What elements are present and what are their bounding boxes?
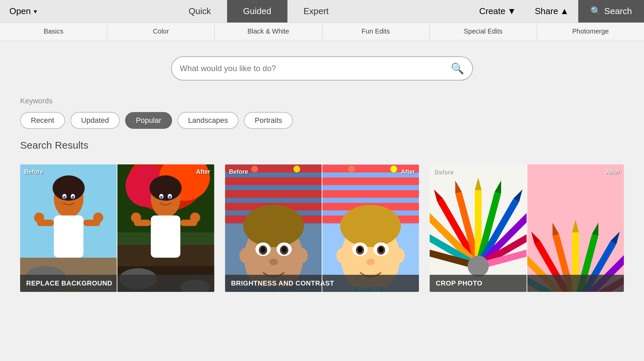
card-image-replace-background: Before bbox=[20, 164, 214, 292]
svg-point-51 bbox=[296, 248, 308, 263]
svg-point-76 bbox=[340, 205, 401, 247]
svg-point-14 bbox=[71, 196, 74, 199]
svg-point-35 bbox=[169, 196, 171, 199]
svg-rect-40 bbox=[225, 190, 322, 198]
svg-point-46 bbox=[293, 166, 300, 172]
sub-nav: Basics Color Black & White Fun Edits Spe… bbox=[0, 23, 644, 40]
svg-rect-67 bbox=[322, 190, 419, 198]
svg-point-44 bbox=[251, 166, 258, 172]
ba-container-2: Before bbox=[225, 164, 419, 292]
search-results-label: Search Results bbox=[20, 140, 624, 151]
ba-after-2: After bbox=[322, 164, 419, 292]
svg-point-34 bbox=[160, 196, 163, 199]
top-right-controls: Create ▼ Share ▲ 🔍 Search bbox=[470, 0, 644, 22]
svg-point-71 bbox=[348, 166, 355, 172]
ba-before-label-2: Before bbox=[229, 168, 248, 175]
subnav-color[interactable]: Color bbox=[107, 23, 215, 40]
create-button[interactable]: Create ▼ bbox=[470, 6, 526, 16]
subnav-bw[interactable]: Black & White bbox=[215, 23, 322, 40]
open-button[interactable]: Open ▼ bbox=[0, 0, 47, 22]
subnav-basics[interactable]: Basics bbox=[0, 23, 107, 40]
svg-point-113 bbox=[468, 256, 489, 277]
svg-point-10 bbox=[53, 175, 85, 201]
svg-point-83 bbox=[358, 247, 363, 253]
svg-rect-5 bbox=[54, 215, 84, 258]
top-bar: Open ▼ Quick Guided Expert Create ▼ Shar… bbox=[0, 0, 644, 23]
card-image-crop-photo: Before bbox=[430, 164, 624, 292]
mode-tabs: Quick Guided Expert bbox=[47, 0, 470, 22]
ba-before-1: Before bbox=[20, 164, 117, 292]
search-input[interactable] bbox=[180, 64, 451, 73]
share-button[interactable]: Share ▲ bbox=[525, 6, 578, 16]
tab-quick[interactable]: Quick bbox=[172, 0, 227, 22]
svg-point-50 bbox=[239, 248, 251, 263]
svg-rect-26 bbox=[151, 215, 180, 258]
svg-point-49 bbox=[243, 205, 304, 247]
keywords-label: Keywords bbox=[20, 97, 624, 105]
svg-point-84 bbox=[379, 247, 384, 253]
svg-point-85 bbox=[366, 259, 375, 265]
main-content: 🔍 Keywords Recent Updated Popular Landsc… bbox=[0, 40, 644, 305]
svg-point-73 bbox=[390, 166, 397, 172]
svg-rect-66 bbox=[322, 177, 419, 185]
ba-after-label-2: After bbox=[401, 168, 415, 175]
svg-point-9 bbox=[93, 212, 103, 222]
search-container: 🔍 bbox=[20, 56, 624, 81]
svg-point-78 bbox=[393, 248, 405, 263]
tab-expert[interactable]: Expert bbox=[287, 0, 345, 22]
keyword-updated[interactable]: Updated bbox=[70, 112, 120, 129]
subnav-photomerge[interactable]: Photomerge bbox=[537, 23, 644, 40]
subnav-fun-edits[interactable]: Fun Edits bbox=[322, 23, 430, 40]
ba-container-1: Before bbox=[20, 164, 214, 292]
subnav-special-edits[interactable]: Special Edits bbox=[430, 23, 537, 40]
svg-point-31 bbox=[150, 175, 182, 201]
tab-guided[interactable]: Guided bbox=[227, 0, 287, 22]
ba-after-label-1: After bbox=[196, 168, 210, 175]
svg-point-58 bbox=[269, 259, 278, 265]
ba-divider-3 bbox=[527, 164, 527, 292]
card-brightness-contrast[interactable]: Before bbox=[225, 164, 419, 292]
ba-divider-2 bbox=[322, 164, 322, 292]
search-top-icon: 🔍 bbox=[590, 6, 601, 16]
open-chevron: ▼ bbox=[33, 9, 38, 15]
search-icon[interactable]: 🔍 bbox=[451, 62, 464, 75]
ba-before-label-1: Before bbox=[24, 168, 43, 175]
ba-before-label-3: Before bbox=[434, 168, 453, 175]
ba-before-3: Before bbox=[430, 164, 527, 292]
card-image-brightness-contrast: Before bbox=[225, 164, 419, 292]
svg-point-77 bbox=[336, 248, 348, 263]
card-crop-photo[interactable]: Before bbox=[430, 164, 624, 292]
keyword-recent[interactable]: Recent bbox=[20, 112, 65, 129]
keyword-landscapes[interactable]: Landscapes bbox=[177, 112, 239, 129]
keywords-section: Keywords Recent Updated Popular Landscap… bbox=[20, 97, 624, 129]
cards-grid: Before bbox=[20, 164, 624, 292]
open-label: Open bbox=[9, 6, 31, 16]
keyword-tags: Recent Updated Popular Landscapes Portra… bbox=[20, 112, 624, 129]
ba-before-2: Before bbox=[225, 164, 322, 292]
svg-rect-39 bbox=[225, 177, 322, 185]
svg-point-8 bbox=[34, 212, 44, 222]
keyword-portraits[interactable]: Portraits bbox=[244, 112, 293, 129]
search-top-button[interactable]: 🔍 Search bbox=[578, 0, 644, 22]
ba-after-1: After bbox=[117, 164, 214, 292]
search-box: 🔍 bbox=[171, 56, 473, 81]
ba-after-label-3: After bbox=[606, 168, 620, 175]
svg-point-29 bbox=[131, 212, 141, 222]
ba-divider-1 bbox=[117, 164, 117, 292]
ba-after-3: After bbox=[527, 164, 624, 292]
ba-container-3: Before bbox=[430, 164, 624, 292]
svg-point-13 bbox=[63, 196, 66, 199]
svg-point-30 bbox=[190, 212, 200, 222]
card-replace-background[interactable]: Before bbox=[20, 164, 214, 292]
svg-point-56 bbox=[260, 247, 265, 253]
keyword-popular[interactable]: Popular bbox=[125, 112, 172, 129]
svg-point-57 bbox=[281, 247, 286, 253]
